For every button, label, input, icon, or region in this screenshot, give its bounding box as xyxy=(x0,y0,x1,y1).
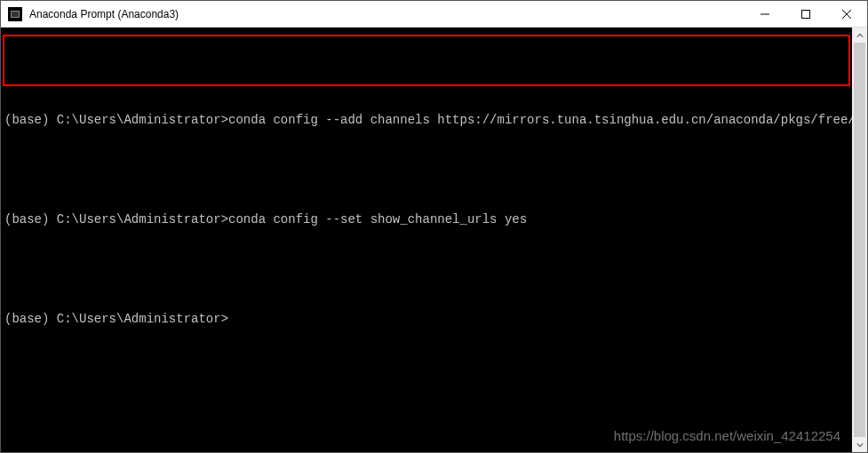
scroll-track[interactable] xyxy=(852,43,867,437)
terminal-body[interactable]: (base) C:\Users\Administrator>conda conf… xyxy=(1,28,867,452)
terminal-line xyxy=(4,264,848,274)
vertical-scrollbar[interactable] xyxy=(852,28,867,452)
close-button[interactable] xyxy=(826,1,867,27)
terminal-line: (base) C:\Users\Administrator>conda conf… xyxy=(4,211,848,228)
terminal-line xyxy=(4,164,848,175)
terminal-line-prompt: (base) C:\Users\Administrator> xyxy=(4,310,848,328)
svg-rect-1 xyxy=(802,10,810,18)
maximize-button[interactable] xyxy=(785,1,826,27)
scroll-down-arrow-icon[interactable] xyxy=(852,437,867,452)
scroll-thumb[interactable] xyxy=(854,43,865,437)
minimize-button[interactable] xyxy=(745,1,785,27)
titlebar[interactable]: Anaconda Prompt (Anaconda3) xyxy=(1,1,867,28)
window-title: Anaconda Prompt (Anaconda3) xyxy=(29,8,745,20)
terminal-content[interactable]: (base) C:\Users\Administrator>conda conf… xyxy=(1,28,852,452)
anaconda-prompt-window: Anaconda Prompt (Anaconda3) (base) C:\Us… xyxy=(0,0,868,453)
scroll-up-arrow-icon[interactable] xyxy=(852,28,867,43)
terminal-line: (base) C:\Users\Administrator>conda conf… xyxy=(4,111,848,129)
window-controls xyxy=(745,1,867,27)
terminal-icon xyxy=(8,7,22,21)
terminal-line xyxy=(4,65,848,76)
